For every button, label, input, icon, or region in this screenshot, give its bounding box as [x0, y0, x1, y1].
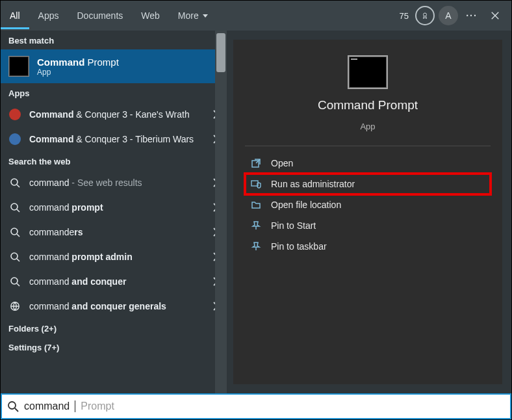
section-best-match: Best match — [1, 31, 227, 49]
tab-documents[interactable]: Documents — [68, 3, 132, 29]
search-input[interactable]: command Prompt — [1, 393, 511, 419]
tab-web[interactable]: Web — [132, 3, 169, 29]
search-icon — [8, 250, 21, 263]
scrollbar-track[interactable] — [215, 31, 227, 393]
section-apps: Apps — [1, 83, 227, 102]
action-open-file-location[interactable]: Open file location — [245, 194, 491, 215]
search-tabs: All Apps Documents Web More 75 A ··· — [1, 1, 511, 31]
action-run-as-administrator[interactable]: Run as administrator — [245, 174, 491, 194]
globe-icon — [8, 300, 21, 313]
search-icon — [7, 400, 19, 412]
search-icon — [8, 201, 21, 214]
close-button[interactable] — [485, 6, 505, 25]
rewards-points: 75 — [400, 11, 409, 21]
result-app-item[interactable]: Command & Conquer 3 - Tiberium Wars — [1, 127, 227, 151]
svg-point-1 — [11, 179, 18, 185]
text-cursor — [75, 400, 75, 412]
pin-icon — [250, 220, 262, 231]
detail-hero: Command Prompt App — [245, 55, 491, 131]
search-icon — [8, 275, 21, 288]
detail-title: Command Prompt — [318, 98, 418, 112]
result-web-item[interactable]: command prompt — [1, 195, 227, 220]
game-icon — [8, 133, 21, 146]
scrollbar-thumb[interactable] — [216, 33, 225, 72]
svg-point-0 — [424, 13, 427, 16]
detail-panel: Command Prompt App Open Run as administr… — [233, 40, 502, 384]
section-folders[interactable]: Folders (2+) — [1, 319, 227, 337]
result-app-item[interactable]: Command & Conquer 3 - Kane's Wrath — [1, 102, 227, 127]
result-web-item[interactable]: command - See web results — [1, 170, 227, 195]
main-area: Best match Command Prompt App Apps Comma… — [1, 31, 511, 393]
results-panel: Best match Command Prompt App Apps Comma… — [1, 31, 227, 393]
tab-apps[interactable]: Apps — [29, 3, 68, 29]
command-prompt-icon — [348, 55, 388, 89]
tab-all[interactable]: All — [1, 3, 29, 29]
section-web: Search the web — [1, 151, 227, 170]
search-icon — [8, 176, 21, 189]
admin-shield-icon — [250, 178, 262, 190]
result-best-match[interactable]: Command Prompt App — [1, 49, 227, 83]
user-avatar[interactable]: A — [439, 6, 458, 25]
search-icon — [8, 226, 21, 239]
pin-icon — [250, 241, 262, 252]
svg-point-2 — [11, 203, 18, 210]
detail-subtitle: App — [360, 122, 375, 131]
svg-point-3 — [11, 228, 18, 235]
game-icon — [8, 108, 21, 121]
result-web-item[interactable]: command and conquer generals — [1, 294, 227, 319]
action-pin-to-taskbar[interactable]: Pin to taskbar — [245, 236, 491, 257]
search-typed-text: command — [24, 400, 70, 412]
result-web-item[interactable]: commanders — [1, 220, 227, 244]
rewards-badge-icon[interactable] — [415, 6, 435, 25]
action-open[interactable]: Open — [245, 153, 491, 174]
tab-more[interactable]: More — [169, 3, 217, 29]
result-web-item[interactable]: command prompt admin — [1, 244, 227, 269]
open-icon — [250, 157, 262, 169]
more-options-icon[interactable]: ··· — [462, 6, 481, 25]
folder-icon — [250, 199, 262, 211]
section-settings[interactable]: Settings (7+) — [1, 337, 227, 356]
command-prompt-icon — [8, 56, 29, 77]
svg-point-4 — [11, 253, 18, 259]
svg-point-9 — [8, 402, 16, 409]
best-match-text: Command Prompt App — [37, 57, 119, 77]
action-pin-to-start[interactable]: Pin to Start — [245, 215, 491, 236]
svg-point-5 — [11, 278, 18, 284]
divider — [245, 146, 491, 146]
search-autocomplete-ghost: Prompt — [81, 400, 114, 412]
result-web-item[interactable]: command and conquer — [1, 269, 227, 294]
